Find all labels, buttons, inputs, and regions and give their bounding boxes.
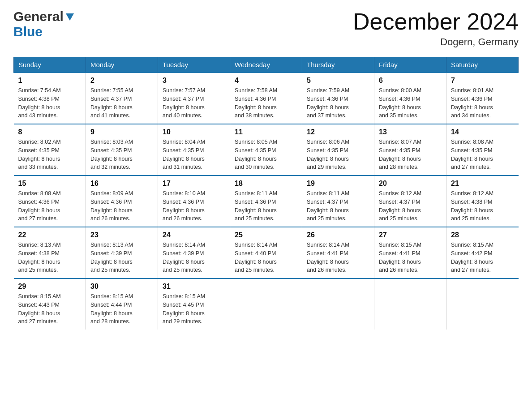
table-row: 14 Sunrise: 8:08 AM Sunset: 4:35 PM Dayl… <box>446 124 519 176</box>
col-sunday: Sunday <box>14 57 86 73</box>
logo: General Blue <box>13 9 75 39</box>
calendar-week-row: 1 Sunrise: 7:54 AM Sunset: 4:38 PM Dayli… <box>14 73 519 124</box>
table-row: 26 Sunrise: 8:14 AM Sunset: 4:41 PM Dayl… <box>302 227 374 278</box>
day-info: Sunrise: 7:59 AM Sunset: 4:36 PM Dayligh… <box>307 86 369 120</box>
logo-blue-text: Blue <box>13 24 43 39</box>
table-row <box>374 278 446 330</box>
day-number: 20 <box>379 180 442 188</box>
day-info: Sunrise: 8:13 AM Sunset: 4:39 PM Dayligh… <box>90 241 153 274</box>
table-row: 10 Sunrise: 8:04 AM Sunset: 4:35 PM Dayl… <box>158 124 230 176</box>
day-info: Sunrise: 8:11 AM Sunset: 4:37 PM Dayligh… <box>307 189 369 223</box>
day-info: Sunrise: 8:06 AM Sunset: 4:35 PM Dayligh… <box>307 138 369 171</box>
day-info: Sunrise: 8:04 AM Sunset: 4:35 PM Dayligh… <box>163 138 225 171</box>
calendar-week-row: 15 Sunrise: 8:08 AM Sunset: 4:36 PM Dayl… <box>14 176 519 227</box>
location-subtitle: Dogern, Germany <box>353 36 519 48</box>
day-number: 29 <box>18 283 82 291</box>
table-row: 31 Sunrise: 8:15 AM Sunset: 4:45 PM Dayl… <box>158 278 230 330</box>
day-number: 19 <box>307 180 369 188</box>
day-number: 31 <box>163 283 225 291</box>
table-row <box>230 278 302 330</box>
day-number: 22 <box>18 231 82 239</box>
table-row: 16 Sunrise: 8:09 AM Sunset: 4:36 PM Dayl… <box>86 176 158 227</box>
table-row: 3 Sunrise: 7:57 AM Sunset: 4:37 PM Dayli… <box>158 73 230 124</box>
title-block: December 2024 Dogern, Germany <box>353 9 519 48</box>
table-row: 15 Sunrise: 8:08 AM Sunset: 4:36 PM Dayl… <box>14 176 86 227</box>
day-number: 21 <box>451 180 514 188</box>
day-info: Sunrise: 8:01 AM Sunset: 4:36 PM Dayligh… <box>451 86 514 120</box>
day-info: Sunrise: 8:08 AM Sunset: 4:35 PM Dayligh… <box>451 138 514 171</box>
day-number: 15 <box>18 180 82 188</box>
day-info: Sunrise: 8:14 AM Sunset: 4:39 PM Dayligh… <box>163 241 225 274</box>
day-number: 17 <box>163 180 225 188</box>
table-row <box>446 278 519 330</box>
day-info: Sunrise: 8:08 AM Sunset: 4:36 PM Dayligh… <box>18 189 82 223</box>
col-friday: Friday <box>374 57 446 73</box>
day-number: 14 <box>451 128 514 136</box>
month-title: December 2024 <box>353 9 519 34</box>
day-number: 26 <box>307 231 369 239</box>
table-row: 30 Sunrise: 8:15 AM Sunset: 4:44 PM Dayl… <box>86 278 158 330</box>
day-number: 10 <box>163 128 225 136</box>
table-row: 5 Sunrise: 7:59 AM Sunset: 4:36 PM Dayli… <box>302 73 374 124</box>
day-info: Sunrise: 8:14 AM Sunset: 4:40 PM Dayligh… <box>235 241 297 274</box>
table-row: 11 Sunrise: 8:05 AM Sunset: 4:35 PM Dayl… <box>230 124 302 176</box>
day-info: Sunrise: 8:15 AM Sunset: 4:45 PM Dayligh… <box>163 292 225 326</box>
col-monday: Monday <box>86 57 158 73</box>
col-tuesday: Tuesday <box>158 57 230 73</box>
table-row: 24 Sunrise: 8:14 AM Sunset: 4:39 PM Dayl… <box>158 227 230 278</box>
day-info: Sunrise: 8:13 AM Sunset: 4:38 PM Dayligh… <box>18 241 82 274</box>
col-thursday: Thursday <box>302 57 374 73</box>
table-row: 27 Sunrise: 8:15 AM Sunset: 4:41 PM Dayl… <box>374 227 446 278</box>
day-number: 5 <box>307 77 369 85</box>
col-saturday: Saturday <box>446 57 519 73</box>
day-info: Sunrise: 8:00 AM Sunset: 4:36 PM Dayligh… <box>379 86 442 120</box>
day-info: Sunrise: 7:55 AM Sunset: 4:37 PM Dayligh… <box>90 86 153 120</box>
table-row: 2 Sunrise: 7:55 AM Sunset: 4:37 PM Dayli… <box>86 73 158 124</box>
day-info: Sunrise: 8:03 AM Sunset: 4:35 PM Dayligh… <box>90 138 153 171</box>
table-row: 19 Sunrise: 8:11 AM Sunset: 4:37 PM Dayl… <box>302 176 374 227</box>
day-number: 9 <box>90 128 153 136</box>
day-number: 3 <box>163 77 225 85</box>
page-header: General Blue December 2024 Dogern, Germa… <box>13 9 519 48</box>
col-wednesday: Wednesday <box>230 57 302 73</box>
day-number: 28 <box>451 231 514 239</box>
day-info: Sunrise: 8:15 AM Sunset: 4:43 PM Dayligh… <box>18 292 82 326</box>
day-info: Sunrise: 7:54 AM Sunset: 4:38 PM Dayligh… <box>18 86 82 120</box>
table-row: 9 Sunrise: 8:03 AM Sunset: 4:35 PM Dayli… <box>86 124 158 176</box>
day-number: 8 <box>18 128 82 136</box>
day-number: 2 <box>90 77 153 85</box>
table-row: 20 Sunrise: 8:12 AM Sunset: 4:37 PM Dayl… <box>374 176 446 227</box>
table-row: 4 Sunrise: 7:58 AM Sunset: 4:36 PM Dayli… <box>230 73 302 124</box>
day-number: 13 <box>379 128 442 136</box>
calendar-week-row: 8 Sunrise: 8:02 AM Sunset: 4:35 PM Dayli… <box>14 124 519 176</box>
table-row: 23 Sunrise: 8:13 AM Sunset: 4:39 PM Dayl… <box>86 227 158 278</box>
day-info: Sunrise: 8:15 AM Sunset: 4:42 PM Dayligh… <box>451 241 514 274</box>
day-info: Sunrise: 8:05 AM Sunset: 4:35 PM Dayligh… <box>235 138 297 171</box>
table-row: 13 Sunrise: 8:07 AM Sunset: 4:35 PM Dayl… <box>374 124 446 176</box>
day-number: 11 <box>235 128 297 136</box>
table-row <box>302 278 374 330</box>
day-number: 27 <box>379 231 442 239</box>
day-info: Sunrise: 7:57 AM Sunset: 4:37 PM Dayligh… <box>163 86 225 120</box>
day-number: 24 <box>163 231 225 239</box>
calendar-table: Sunday Monday Tuesday Wednesday Thursday… <box>13 57 519 330</box>
logo-general-text: General <box>13 9 64 24</box>
day-info: Sunrise: 8:07 AM Sunset: 4:35 PM Dayligh… <box>379 138 442 171</box>
day-info: Sunrise: 8:12 AM Sunset: 4:37 PM Dayligh… <box>379 189 442 223</box>
table-row: 1 Sunrise: 7:54 AM Sunset: 4:38 PM Dayli… <box>14 73 86 124</box>
table-row: 21 Sunrise: 8:12 AM Sunset: 4:38 PM Dayl… <box>446 176 519 227</box>
day-info: Sunrise: 8:02 AM Sunset: 4:35 PM Dayligh… <box>18 138 82 171</box>
calendar-week-row: 22 Sunrise: 8:13 AM Sunset: 4:38 PM Dayl… <box>14 227 519 278</box>
day-number: 16 <box>90 180 153 188</box>
table-row: 22 Sunrise: 8:13 AM Sunset: 4:38 PM Dayl… <box>14 227 86 278</box>
day-info: Sunrise: 8:09 AM Sunset: 4:36 PM Dayligh… <box>90 189 153 223</box>
svg-marker-0 <box>66 13 74 21</box>
logo-arrow-icon <box>65 12 75 23</box>
table-row: 12 Sunrise: 8:06 AM Sunset: 4:35 PM Dayl… <box>302 124 374 176</box>
day-number: 30 <box>90 283 153 291</box>
day-number: 25 <box>235 231 297 239</box>
day-number: 4 <box>235 77 297 85</box>
table-row: 17 Sunrise: 8:10 AM Sunset: 4:36 PM Dayl… <box>158 176 230 227</box>
table-row: 18 Sunrise: 8:11 AM Sunset: 4:36 PM Dayl… <box>230 176 302 227</box>
day-info: Sunrise: 8:12 AM Sunset: 4:38 PM Dayligh… <box>451 189 514 223</box>
